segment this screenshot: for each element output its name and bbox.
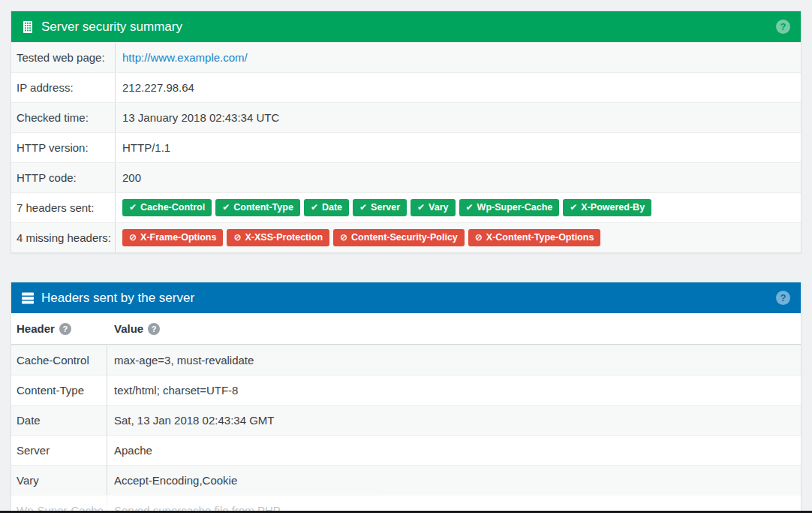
sent-header-badge: ✔Server — [353, 199, 407, 216]
check-icon: ✔ — [311, 203, 318, 213]
sent-header-badge: ✔Date — [304, 199, 349, 216]
check-icon: ✔ — [222, 203, 230, 213]
row-label: Checked time: — [11, 103, 116, 132]
headers-sent-panel: Headers sent by the server ? Header ? Va… — [11, 282, 801, 513]
row-label: 4 missing headers: — [11, 223, 116, 252]
blocked-icon: ⊘ — [233, 233, 241, 243]
table-row: Date Sat, 13 Jan 2018 02:43:34 GMT — [11, 405, 801, 435]
row-label: HTTP version: — [11, 133, 116, 162]
table-column-headers: Header ? Value ? — [11, 313, 801, 345]
headers-panel-header: Headers sent by the server ? — [11, 282, 801, 313]
table-row: Tested web page: http://www.example.com/ — [11, 42, 801, 72]
server-stack-icon — [21, 292, 35, 304]
header-name-cell: Date — [11, 406, 107, 435]
check-icon: ✔ — [359, 203, 367, 213]
row-value: 212.227.98.64 — [116, 73, 200, 102]
row-label: HTTP code: — [11, 163, 116, 192]
table-row: Server Apache — [11, 435, 801, 465]
summary-help-icon[interactable]: ? — [776, 20, 790, 34]
value-column-help-icon[interactable]: ? — [148, 323, 160, 335]
blocked-icon: ⊘ — [129, 233, 137, 243]
table-row: Checked time: 13 January 2018 02:43:34 U… — [11, 102, 801, 132]
table-row: HTTP code: 200 — [11, 162, 801, 192]
sent-header-badge: ✔X-Powered-By — [563, 199, 651, 216]
row-label: Tested web page: — [11, 43, 116, 72]
header-value-cell: text/html; charset=UTF-8 — [107, 376, 244, 405]
header-column-label: Header — [17, 322, 55, 335]
missing-header-badge: ⊘X-XSS-Protection — [227, 229, 329, 246]
check-icon: ✔ — [466, 203, 474, 213]
summary-panel-header: Server security summary ? — [11, 11, 801, 42]
missing-header-badge: ⊘X-Frame-Options — [122, 229, 223, 246]
header-name-cell: Vary — [11, 466, 107, 495]
blocked-icon: ⊘ — [340, 233, 347, 243]
sent-header-badge: ✔Cache-Control — [122, 199, 212, 216]
table-row: Content-Type text/html; charset=UTF-8 — [11, 375, 801, 405]
sent-header-badge: ✔Wp-Super-Cache — [459, 199, 560, 216]
headers-panel-title: Headers sent by the server — [41, 291, 194, 306]
row-label: IP address: — [11, 73, 116, 102]
missing-headers-row: 4 missing headers: ⊘X-Frame-Options ⊘X-X… — [11, 222, 801, 252]
row-value: 13 January 2018 02:43:34 UTC — [116, 103, 285, 132]
header-name-cell: Cache-Control — [11, 346, 107, 375]
sent-header-badge: ✔Content-Type — [215, 199, 300, 216]
missing-header-badge: ⊘X-Content-Type-Options — [468, 229, 601, 246]
header-name-cell: Content-Type — [11, 376, 107, 405]
header-value-cell: Accept-Encoding,Cookie — [107, 466, 243, 495]
server-building-icon — [21, 20, 35, 34]
server-security-summary-panel: Server security summary ? Tested web pag… — [11, 11, 801, 253]
sent-headers-row: 7 headers sent: ✔Cache-Control ✔Content-… — [11, 192, 801, 222]
row-value: 200 — [116, 163, 147, 192]
tested-page-link[interactable]: http://www.example.com/ — [122, 51, 248, 64]
headers-help-icon[interactable]: ? — [776, 291, 790, 305]
page: Server security summary ? Tested web pag… — [0, 0, 812, 513]
header-value-cell: Sat, 13 Jan 2018 02:43:34 GMT — [107, 406, 280, 435]
row-label: 7 headers sent: — [11, 193, 116, 222]
sent-header-badge: ✔Vary — [411, 199, 455, 216]
header-value-cell: max-age=3, must-revalidate — [107, 346, 260, 375]
table-row: Cache-Control max-age=3, must-revalidate — [11, 345, 801, 375]
header-value-cell: Apache — [107, 436, 158, 465]
summary-panel-title: Server security summary — [41, 20, 182, 35]
row-value: HTTP/1.1 — [116, 133, 176, 162]
check-icon: ✔ — [129, 203, 137, 213]
value-column-label: Value — [114, 322, 143, 335]
header-name-cell: Server — [11, 436, 107, 465]
table-row: HTTP version: HTTP/1.1 — [11, 132, 801, 162]
header-column-help-icon[interactable]: ? — [59, 323, 71, 335]
table-row: IP address: 212.227.98.64 — [11, 72, 801, 102]
blocked-icon: ⊘ — [475, 233, 483, 243]
table-row: Vary Accept-Encoding,Cookie — [11, 465, 801, 495]
check-icon: ✔ — [417, 203, 425, 213]
check-icon: ✔ — [570, 203, 577, 213]
missing-header-badge: ⊘Content-Security-Policy — [333, 229, 465, 246]
